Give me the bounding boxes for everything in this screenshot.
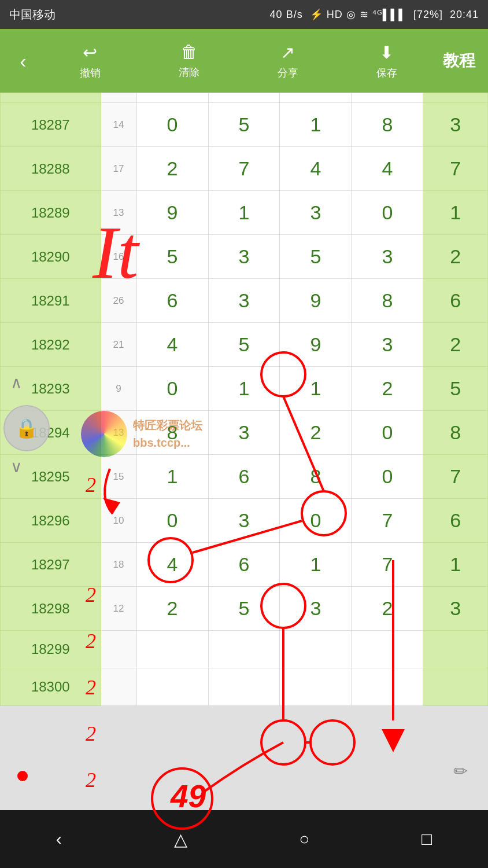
- table-row: 18300: [1, 668, 488, 706]
- toolbar-actions: ↩ 撤销 🗑 清除 ↗ 分享 ⬇ 保存: [40, 42, 436, 80]
- row-small: 12: [101, 587, 136, 631]
- table-row: 18287 14 0 5 1 8 3: [1, 103, 488, 147]
- network-speed: 40 B/s: [270, 9, 303, 20]
- pencil-icon: ✏: [453, 761, 468, 781]
- table-area: 18287 14 0 5 1 8 3 18288 17 2 7 4 4 7 18…: [0, 93, 488, 706]
- clear-button[interactable]: 🗑 清除: [179, 42, 199, 79]
- row-id: 18300: [1, 668, 101, 706]
- table-row: 18288 17 2 7 4 4 7: [1, 147, 488, 191]
- lock-button[interactable]: 🔒: [3, 405, 50, 451]
- save-icon: ⬇: [379, 42, 394, 62]
- row-small: 18: [101, 543, 136, 587]
- row-small: 16: [101, 235, 136, 279]
- undo-icon: ↩: [83, 42, 97, 62]
- svg-marker-13: [382, 729, 405, 752]
- back-button[interactable]: ‹: [6, 50, 40, 72]
- data-table: 18287 14 0 5 1 8 3 18288 17 2 7 4 4 7 18…: [0, 93, 488, 706]
- time-display: 20:41: [450, 9, 479, 20]
- table-row: [1, 93, 488, 103]
- table-row: 18299: [1, 631, 488, 668]
- nav-apps-button[interactable]: □: [404, 823, 449, 855]
- table-row: 18292 21 4 5 9 3 2: [1, 323, 488, 367]
- svg-point-4: [261, 720, 305, 764]
- table-row: 18296 10 0 3 0 7 6: [1, 499, 488, 543]
- row-id: 18297: [1, 543, 101, 587]
- table-row: 18289 13 9 1 3 0 1: [1, 191, 488, 235]
- row-id: 18288: [1, 147, 101, 191]
- row-small: 26: [101, 279, 136, 323]
- row-id: 18298: [1, 587, 101, 631]
- undo-button[interactable]: ↩ 撤销: [80, 42, 101, 80]
- save-button[interactable]: ⬇ 保存: [376, 42, 397, 80]
- row-small: 17: [101, 147, 136, 191]
- battery-level: 72: [417, 9, 430, 20]
- svg-text:49: 49: [170, 778, 206, 814]
- clear-label: 清除: [179, 65, 199, 79]
- row-small: 13: [101, 191, 136, 235]
- table-row: 18298 12 2 5 3 2 3: [1, 587, 488, 631]
- row-id: 18296: [1, 499, 101, 543]
- trash-icon: 🗑: [180, 42, 198, 62]
- row-small: 21: [101, 323, 136, 367]
- row-small: 14: [101, 103, 136, 147]
- table-row: 18291 26 6 3 9 8 6: [1, 279, 488, 323]
- nav-recents-button[interactable]: ○: [282, 823, 327, 855]
- nav-bar: ‹ △ ○ □: [0, 810, 488, 868]
- table-row: 18293 9 0 1 1 2 5: [1, 367, 488, 411]
- nav-home-button[interactable]: △: [157, 823, 205, 855]
- row-id: 18287: [1, 103, 101, 147]
- row-id: 18292: [1, 323, 101, 367]
- share-icon: ↗: [280, 42, 295, 62]
- row-small: 10: [101, 499, 136, 543]
- status-bar: 中国移动 40 B/s ⚡ HD ◎ ≋ ⁴ᴳ▌▌▌ [72%] 20:41: [0, 0, 488, 29]
- svg-text:2: 2: [86, 768, 96, 792]
- carrier-label: 中国移动: [9, 7, 56, 23]
- save-label: 保存: [376, 66, 397, 80]
- nav-back-button[interactable]: ‹: [39, 823, 79, 855]
- red-indicator: [17, 771, 28, 781]
- row-small: 15: [101, 455, 136, 499]
- lock-icon: 🔒: [15, 417, 38, 439]
- row-id: [1, 93, 101, 103]
- row-small: 13: [101, 411, 136, 455]
- scroll-down-button[interactable]: ∨: [10, 457, 23, 476]
- row-id: 18299: [1, 631, 101, 668]
- undo-label: 撤销: [80, 66, 101, 80]
- status-info: 40 B/s ⚡ HD ◎ ≋ ⁴ᴳ▌▌▌ [72%] 20:41: [270, 8, 479, 21]
- row-id: 18291: [1, 279, 101, 323]
- toolbar: ‹ ↩ 撤销 🗑 清除 ↗ 分享 ⬇ 保存 教程: [0, 29, 488, 93]
- svg-point-5: [310, 720, 354, 764]
- table-row: 18294 13 8 3 2 0 8: [1, 411, 488, 455]
- svg-text:2: 2: [86, 722, 96, 745]
- scroll-up-button[interactable]: ∧: [10, 373, 23, 392]
- row-id: 18289: [1, 191, 101, 235]
- share-button[interactable]: ↗ 分享: [278, 42, 298, 80]
- table-row: 18297 18 4 6 1 7 1: [1, 543, 488, 587]
- row-small: 9: [101, 367, 136, 411]
- tutorial-button[interactable]: 教程: [436, 50, 482, 72]
- table-row: 18290 16 5 3 5 3 2: [1, 235, 488, 279]
- table-row: 18295 15 1 6 8 0 7: [1, 455, 488, 499]
- row-id: 18290: [1, 235, 101, 279]
- share-label: 分享: [278, 66, 298, 80]
- pencil-button[interactable]: ✏: [445, 755, 476, 787]
